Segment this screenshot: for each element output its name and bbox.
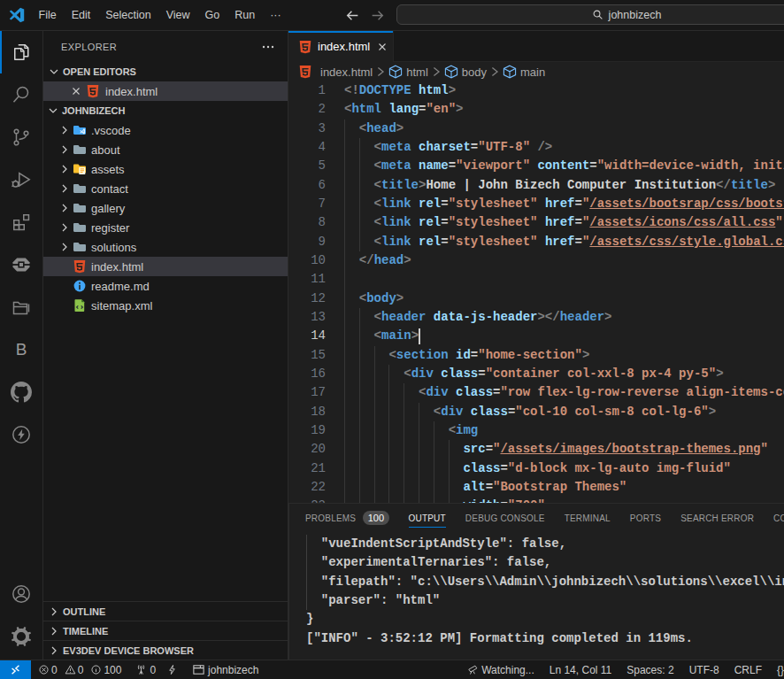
- tree-item-register[interactable]: register: [43, 218, 288, 237]
- ports-status[interactable]: 0: [130, 660, 161, 679]
- activitybar-thunder-client[interactable]: [0, 413, 42, 456]
- breadcrumb-html[interactable]: html: [388, 65, 428, 79]
- activitybar-explorer[interactable]: [0, 31, 42, 73]
- explorer-more-actions-icon[interactable]: [261, 40, 275, 54]
- tree-item-contact[interactable]: contact: [43, 179, 288, 198]
- menu-go[interactable]: Go: [197, 0, 227, 30]
- folder-icon: [73, 240, 87, 254]
- panel-tab-ports[interactable]: PORTS: [630, 504, 661, 532]
- remote-icon: [9, 663, 22, 676]
- sidebar-title: EXPLORER: [61, 42, 117, 52]
- tree-item-label: contact: [91, 182, 128, 196]
- code-editor[interactable]: 1<!DOCTYPE html>2<html lang="en">3 <head…: [288, 81, 784, 503]
- tree-item-gallery[interactable]: gallery: [43, 198, 288, 218]
- watching-status[interactable]: Watching...: [460, 660, 542, 679]
- activitybar-project-manager[interactable]: [0, 286, 42, 328]
- tree-item-readme-md[interactable]: readme.md: [43, 276, 288, 296]
- panel-tab-terminal[interactable]: TERMINAL: [565, 504, 611, 532]
- activitybar-search[interactable]: [0, 73, 42, 116]
- eol-status[interactable]: CRLF: [726, 660, 769, 679]
- problems-status[interactable]: 0 0 100: [33, 660, 127, 679]
- gear-icon: [11, 626, 32, 647]
- tree-item-index-html[interactable]: index.html: [43, 257, 288, 276]
- warning-icon: [65, 664, 76, 675]
- cursor-position-status[interactable]: Ln 14, Col 11: [542, 660, 619, 679]
- code-line-6: 6 <title>Home | John Bizech Computer Ins…: [288, 176, 784, 195]
- section-label: TIMELINE: [63, 626, 108, 637]
- activitybar-ev3dev-browser[interactable]: [0, 243, 42, 286]
- section-timeline[interactable]: TIMELINE: [43, 621, 288, 640]
- menu-selection[interactable]: Selection: [98, 0, 158, 30]
- cursor-position: Ln 14, Col 11: [550, 664, 612, 676]
- tree-item-label: about: [91, 143, 120, 157]
- indentation-status[interactable]: Spaces: 2: [619, 660, 681, 679]
- breadcrumb-body[interactable]: body: [444, 65, 487, 79]
- navigate-back-icon[interactable]: [345, 8, 360, 23]
- code-line-12: 12 <body>: [288, 289, 784, 308]
- tree-item--vscode[interactable]: .vscode: [43, 120, 288, 140]
- menu-view[interactable]: View: [158, 0, 197, 30]
- panel-tab-search-error[interactable]: SEARCH ERROR: [680, 504, 754, 532]
- panel-tab-debug-console[interactable]: DEBUG CONSOLE: [465, 504, 545, 532]
- letter-b-icon: B: [16, 340, 27, 359]
- breadcrumbs: index.htmlhtmlbodymain: [288, 62, 784, 81]
- tree-item-about[interactable]: about: [43, 140, 288, 159]
- activitybar-github[interactable]: [0, 371, 42, 413]
- menu-[interactable]: ···: [263, 0, 289, 30]
- html-file-icon: [298, 65, 312, 79]
- section-outline[interactable]: OUTLINE: [43, 601, 288, 621]
- panel-tab-label: PROBLEMS: [305, 513, 356, 523]
- html-icon: [73, 259, 87, 274]
- menu-file[interactable]: File: [31, 0, 64, 30]
- panel-tab-output[interactable]: OUTPUT: [409, 504, 446, 532]
- tab-close-icon[interactable]: [375, 40, 389, 54]
- activitybar-source-control[interactable]: [0, 116, 42, 158]
- workspace-status[interactable]: johnbizech: [187, 660, 264, 679]
- line-number: 20: [288, 440, 326, 459]
- chevron-right-icon: [58, 143, 72, 157]
- activitybar-bootstrap-snippets[interactable]: B: [0, 328, 42, 371]
- chevron-right-icon: [58, 162, 72, 176]
- tab-index-html[interactable]: index.html: [288, 31, 394, 62]
- activitybar-settings[interactable]: [0, 615, 42, 658]
- close-editor-icon[interactable]: [69, 84, 83, 98]
- language-mode-status[interactable]: {}: [769, 660, 784, 679]
- command-center-search[interactable]: johnbizech: [396, 4, 784, 25]
- activitybar-account[interactable]: [0, 573, 42, 615]
- error-icon: [38, 664, 50, 675]
- open-editor-item[interactable]: index.html: [43, 81, 288, 101]
- navigate-forward-icon[interactable]: [370, 8, 385, 23]
- output-content[interactable]: "vueIndentScriptAndStyle": false, "exper…: [289, 535, 784, 648]
- code-line-8: 8 <link rel="stylesheet" href="/assets/i…: [288, 213, 784, 232]
- remote-indicator[interactable]: [0, 660, 31, 679]
- breadcrumb-separator-icon: [429, 65, 443, 79]
- tree-item-sitemap-xml[interactable]: sitemap.xml: [43, 296, 288, 315]
- activitybar-extensions[interactable]: [0, 201, 42, 243]
- line-number: 5: [288, 157, 326, 175]
- menu-edit[interactable]: Edit: [64, 0, 98, 30]
- explorer-sidebar: EXPLORER OPEN EDITORS index.html JOHNBIZ…: [42, 31, 288, 660]
- info-count: 100: [104, 664, 121, 676]
- menu-run[interactable]: Run: [227, 0, 263, 30]
- encoding: UTF-8: [689, 664, 719, 676]
- tree-item-assets[interactable]: assets: [43, 159, 288, 179]
- lightning-status[interactable]: [161, 660, 183, 679]
- panel-tab-comments[interactable]: COMMENTS: [773, 504, 784, 532]
- open-editors-header[interactable]: OPEN EDITORS: [43, 62, 288, 81]
- line-number: 9: [288, 233, 326, 251]
- panel-tab-problems[interactable]: PROBLEMS100: [305, 504, 389, 532]
- section-ev3dev-device-browser[interactable]: EV3DEV DEVICE BROWSER: [43, 640, 288, 660]
- breadcrumb-main[interactable]: main: [503, 65, 545, 79]
- code-line-14: 14 <main>: [288, 327, 784, 345]
- activitybar-run-debug[interactable]: [0, 158, 42, 201]
- line-number: 14: [288, 327, 326, 345]
- tree-item-solutions[interactable]: solutions: [43, 237, 288, 257]
- code-line-22: 22 alt="Bootstrap Themes": [288, 478, 784, 497]
- breadcrumb-index-html[interactable]: index.html: [298, 65, 373, 79]
- workspace-root-header[interactable]: JOHNBIZECH: [43, 101, 288, 120]
- vscode-window: FileEditSelectionViewGoRun··· johnbizech: [0, 0, 784, 679]
- window-icon: [192, 663, 205, 676]
- tree-item-label: readme.md: [91, 280, 150, 293]
- line-number: 2: [288, 100, 326, 119]
- encoding-status[interactable]: UTF-8: [681, 660, 726, 679]
